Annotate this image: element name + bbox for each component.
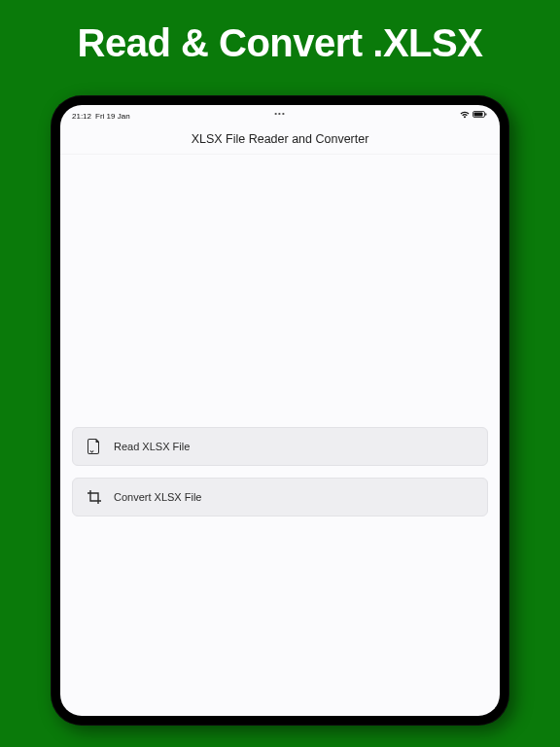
read-xlsx-button[interactable]: Read XLSX File	[72, 427, 488, 466]
status-left: 21:12 Fri 19 Jan	[72, 112, 130, 121]
document-arrow-icon	[87, 439, 102, 454]
status-bar: 21:12 Fri 19 Jan •••	[60, 105, 500, 123]
promo-title: Read & Convert .XLSX	[0, 0, 560, 65]
status-date: Fri 19 Jan	[95, 112, 130, 121]
status-right	[460, 111, 488, 121]
read-xlsx-label: Read XLSX File	[114, 441, 190, 452]
screen: 21:12 Fri 19 Jan ••• XLSX File Reader an…	[60, 105, 500, 716]
crop-icon	[87, 489, 102, 505]
action-list: Read XLSX File Convert XLSX File	[72, 427, 488, 516]
convert-xlsx-label: Convert XLSX File	[114, 491, 201, 503]
status-time: 21:12	[72, 112, 91, 121]
content-area: Read XLSX File Convert XLSX File	[60, 155, 500, 716]
battery-icon	[472, 111, 488, 121]
svg-rect-1	[474, 113, 483, 117]
convert-xlsx-button[interactable]: Convert XLSX File	[72, 478, 488, 516]
wifi-icon	[460, 111, 470, 121]
device-frame: 21:12 Fri 19 Jan ••• XLSX File Reader an…	[51, 95, 509, 726]
app-title: XLSX File Reader and Converter	[60, 123, 500, 155]
svg-rect-2	[485, 113, 486, 115]
status-center-dots: •••	[274, 109, 285, 118]
